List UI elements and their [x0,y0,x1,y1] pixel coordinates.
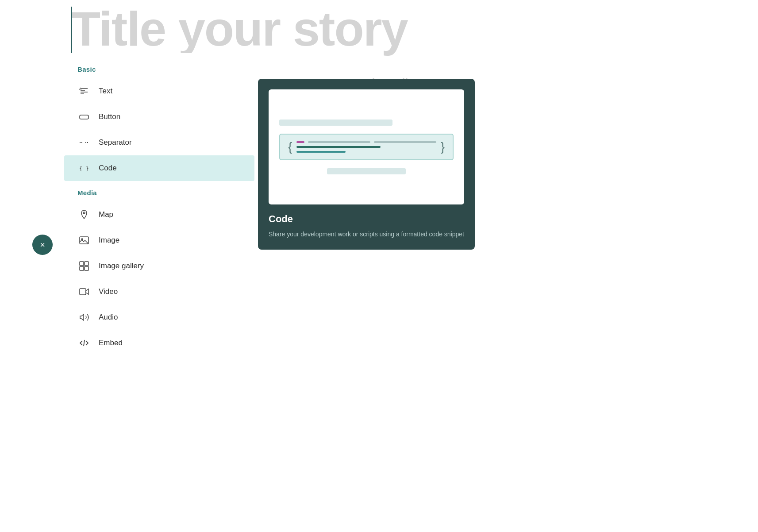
code-line-3 [296,151,436,153]
sidebar-item-button-label: Button [99,112,120,121]
sidebar-item-map-label: Map [99,210,113,219]
separator-icon [77,136,91,149]
sidebar-item-map[interactable]: Map [64,202,254,227]
cursor-line [71,7,72,60]
close-button[interactable]: × [32,235,53,255]
svg-rect-12 [80,289,86,295]
sidebar-item-image-label: Image [99,236,119,245]
background-title: Title your story [71,4,408,53]
code-segment-gray-1 [308,141,370,143]
svg-rect-10 [80,266,84,270]
code-line-1 [296,141,436,143]
sidebar-item-separator[interactable]: Separator [64,130,254,155]
sidebar-item-audio[interactable]: Audio [64,305,254,330]
section-label-media: Media [64,185,254,202]
sidebar-item-text-label: Text [99,87,112,96]
preview-card-description: Share your development work or scripts u… [269,229,464,239]
code-line-2 [296,146,436,148]
sidebar-item-image-gallery-label: Image gallery [99,262,144,270]
preview-image: { } [269,89,464,204]
preview-code-block: { } [279,134,454,160]
sidebar-item-video-label: Video [99,287,118,296]
sidebar-item-image[interactable]: Image [64,227,254,253]
code-dot-purple [296,141,304,143]
svg-line-13 [84,340,85,346]
section-label-basic: Basic [64,62,254,78]
sidebar-item-image-gallery[interactable]: Image gallery [64,253,254,279]
code-segment-gray-2 [374,141,436,143]
sidebar-item-audio-label: Audio [99,313,118,322]
sidebar-item-text[interactable]: A Text [64,78,254,104]
image-gallery-icon [77,259,91,273]
video-icon [77,285,91,298]
embed-icon [77,336,91,350]
svg-rect-8 [80,262,84,266]
sidebar-item-separator-label: Separator [99,138,132,147]
svg-text:{ }: { } [79,166,89,172]
preview-card-title: Code [269,213,464,225]
svg-text:A: A [79,87,81,90]
sidebar-item-embed-label: Embed [99,339,123,347]
audio-icon [77,311,91,324]
svg-point-7 [81,239,83,240]
text-icon: A [77,85,91,98]
brace-right-icon: } [441,141,445,153]
preview-line-top [279,120,392,126]
sidebar-item-video[interactable]: Video [64,279,254,305]
preview-card: { } Code Share your development work or … [258,79,475,250]
close-icon: × [40,240,45,249]
sidebar-panel: Basic A Text Button Separator [64,53,254,365]
map-icon [77,208,91,221]
sidebar-item-code[interactable]: { } Code [64,155,254,181]
sidebar-item-embed[interactable]: Embed [64,330,254,356]
brace-left-icon: { [288,141,292,153]
svg-rect-11 [85,266,88,270]
svg-rect-9 [85,262,88,266]
sidebar-item-code-label: Code [99,164,117,173]
code-segment-teal-short [296,151,345,153]
image-icon [77,234,91,247]
button-icon [77,110,91,123]
svg-rect-1 [80,115,88,119]
code-lines [296,141,436,153]
code-icon: { } [77,162,91,175]
code-segment-teal-long [296,146,380,148]
svg-point-5 [83,212,85,214]
preview-line-bottom [327,168,405,174]
sidebar-item-button[interactable]: Button [64,104,254,130]
